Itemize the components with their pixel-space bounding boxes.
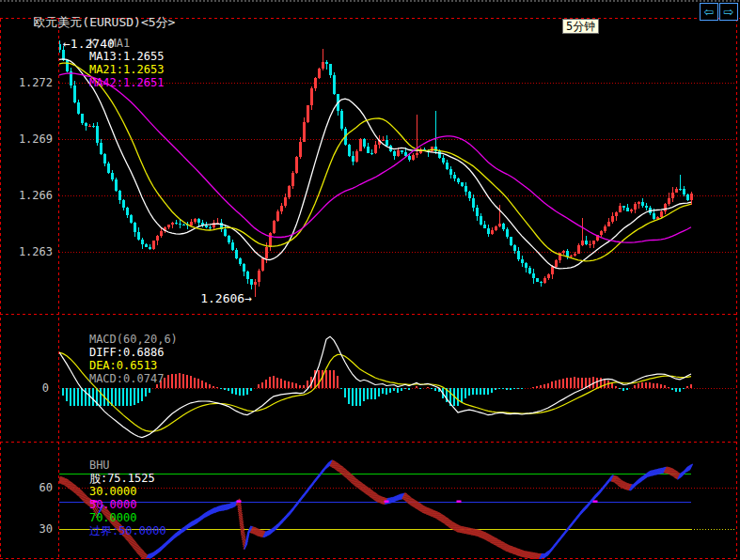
low-annotation: 1.2606→ — [194, 292, 252, 305]
dea-value-label: DEA:0.6513 — [89, 359, 157, 372]
ma13-value-label: MA13:1.2655 — [89, 50, 164, 63]
next-button[interactable]: ⇨ — [719, 3, 738, 21]
bhu-axis-label: 30 — [8, 522, 53, 536]
left-arrow-icon: ⇦ — [704, 5, 715, 19]
ma42-value-label: MA42:1.2651 — [89, 76, 164, 89]
prev-button[interactable]: ⇦ — [700, 3, 718, 21]
macd-legend: MACD(60,20,6) DIFF:0.6886 DEA:0.6513 MAC… — [62, 319, 186, 398]
main-legend: K MA1 MA13:1.2655 MA21:1.2653 MA42:1.265… — [62, 23, 172, 102]
bhu-axis-label: 60 — [8, 481, 53, 494]
bhu-value-label: 股:75.1525 — [89, 472, 155, 485]
bhu-name-label: BHU — [89, 459, 110, 472]
bhu-param3-label: 70.0000 — [89, 511, 137, 524]
price-axis-label: 1.266 — [8, 189, 53, 202]
right-arrow-icon: ⇨ — [724, 5, 734, 19]
high-annotation: ←1.2740 — [63, 38, 115, 51]
bhu-legend: BHU 股:75.1525 30.0000 50.0000 70.0000 过界… — [62, 445, 175, 551]
price-axis-label: 1.263 — [8, 245, 53, 258]
app-window: 欧元美元(EURUSD)<5分> ⇦ ⇨ 5分钟 K MA1 MA13:1.26… — [0, 0, 740, 560]
bhu-param1-label: 30.0000 — [89, 485, 137, 498]
price-axis-label: 1.269 — [8, 132, 53, 146]
ma21-value-label: MA21:1.2653 — [89, 63, 164, 76]
price-axis-label: 1.272 — [8, 76, 53, 89]
macd-name-label: MACD(60,20,6) — [89, 333, 178, 346]
macd-value-label: MACD:0.0747 — [89, 372, 164, 385]
bhu-cross-label: 过界:50.0000 — [89, 524, 166, 537]
macd-axis-label: 0 — [8, 381, 49, 395]
interval-tooltip: 5分钟 — [562, 19, 599, 34]
diff-value-label: DIFF:0.6886 — [89, 346, 164, 359]
bhu-param2-label: 50.0000 — [89, 498, 137, 511]
